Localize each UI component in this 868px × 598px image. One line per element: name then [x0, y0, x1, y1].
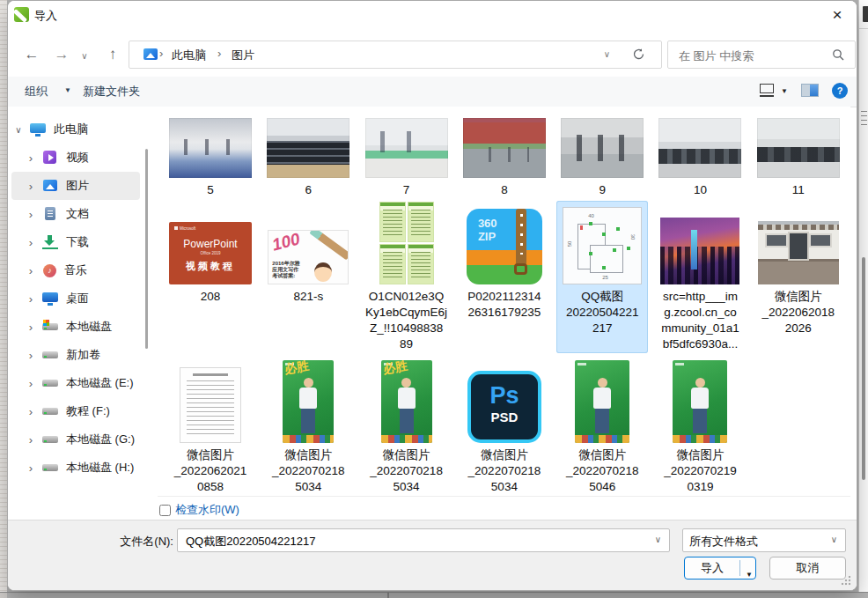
file-item[interactable]: PsPSD微信图片 _2022070218 5034	[459, 358, 550, 496]
chevron-right-icon[interactable]: ›	[24, 405, 38, 418]
sidebar-item-pictures[interactable]: ›图片	[11, 172, 140, 200]
chevron-right-icon[interactable]: ›	[24, 321, 38, 334]
recent-locations-chevron-icon[interactable]: ∨	[77, 44, 92, 67]
view-mode-dropdown-icon[interactable]: ▼	[781, 87, 788, 95]
chevron-right-icon[interactable]: ›	[24, 292, 38, 306]
address-dropdown-chevron-icon[interactable]: ∨	[604, 49, 610, 59]
sidebar-item-desktop[interactable]: ›桌面	[11, 284, 140, 313]
breadcrumb-separator: ›	[217, 47, 221, 60]
chevron-right-icon[interactable]: ›	[24, 236, 38, 249]
file-item[interactable]: 5	[165, 115, 256, 199]
chevron-right-icon[interactable]: ›	[24, 349, 38, 362]
sidebar-item-downloads[interactable]: ›下载	[11, 228, 140, 256]
preview-pane-icon[interactable]	[801, 84, 819, 97]
file-item[interactable]: 6	[262, 115, 354, 199]
help-icon[interactable]: ?	[832, 83, 848, 99]
file-item[interactable]: 1002016年尔雅 应用文写作 考试答案:821-s	[262, 201, 354, 353]
app-icon	[14, 7, 29, 22]
file-item[interactable]: 微信图片 _2022070218 5046	[556, 358, 648, 496]
file-item[interactable]: 微信图片 _2022070219 0319	[654, 358, 746, 496]
sidebar-item-videos[interactable]: ›视频	[11, 144, 140, 172]
search-input[interactable]	[677, 45, 821, 66]
file-thumbnail	[365, 118, 448, 178]
chevron-right-icon[interactable]: ›	[24, 151, 38, 165]
watermark-label[interactable]: 检查水印(W)	[175, 502, 239, 518]
file-item-selected[interactable]: 40305025QQ截图 20220504221 217	[556, 201, 648, 353]
file-item[interactable]: 11	[753, 115, 844, 199]
sidebar-item-local-disk[interactable]: ›本地磁盘	[11, 313, 140, 341]
watermark-checkbox[interactable]	[159, 505, 171, 516]
view-mode-icon[interactable]	[760, 84, 774, 93]
close-icon[interactable]: ×	[826, 4, 849, 26]
filename-dropdown-chevron-icon[interactable]: ∨	[655, 535, 661, 544]
sidebar-item-new-volume[interactable]: ›新加卷	[11, 341, 140, 369]
file-item[interactable]: 微信图片 _2022062018 2026	[753, 201, 844, 353]
new-folder-button[interactable]: 新建文件夹	[83, 84, 140, 100]
organize-button[interactable]: 组织	[25, 84, 48, 100]
background-app-right-edge	[858, 0, 868, 592]
cancel-button[interactable]: 取消	[769, 557, 846, 580]
file-item[interactable]: src=http___im g.zcool.cn_co mmunity_01a1…	[654, 201, 746, 353]
chevron-right-icon[interactable]: ›	[24, 377, 38, 390]
file-item[interactable]: 360 ZIPP0202112314 26316179235	[459, 201, 550, 353]
navigation-sidebar: ∨此电脑›视频›图片›文档›下载›♪音乐›桌面›本地磁盘›新加卷›本地磁盘 (E…	[8, 107, 158, 520]
chevron-right-icon[interactable]: ›	[24, 264, 38, 277]
sidebar-item-label: 本地磁盘 (E:)	[66, 375, 134, 391]
refresh-icon[interactable]	[632, 48, 645, 61]
address-bar[interactable]: › 此电脑 › 图片 ∨	[129, 41, 662, 69]
file-format-dropdown[interactable]: 所有文件格式 ∨	[682, 528, 846, 552]
forward-button[interactable]: →	[50, 44, 73, 67]
breadcrumb-this-pc[interactable]: 此电脑	[172, 48, 206, 63]
file-item[interactable]: 10	[654, 115, 746, 199]
local-disk-icon	[42, 320, 58, 334]
thumbnail-area: 40305025	[563, 202, 642, 284]
sidebar-item-label: 教程 (F:)	[66, 403, 110, 419]
filename-input[interactable]	[184, 531, 645, 551]
sidebar-scrollbar[interactable]	[145, 149, 148, 349]
sidebar-item-label: 本地磁盘 (G:)	[66, 432, 135, 447]
resize-grip[interactable]	[841, 575, 851, 586]
thumbnail-area	[575, 358, 629, 443]
file-item[interactable]: 必胜微信图片 _2022070218 5034	[361, 358, 452, 496]
file-item[interactable]: O1CN012e3Q Ky1ebCqymE6j Z_!!10498838 89	[361, 201, 452, 353]
sidebar-item-documents[interactable]: ›文档	[11, 200, 140, 228]
divider	[739, 560, 740, 576]
background-scrollbar-fragment	[387, 593, 389, 598]
search-box[interactable]	[667, 41, 856, 69]
chevron-right-icon[interactable]: ›	[24, 208, 38, 221]
import-dropdown-icon[interactable]: ▼	[746, 565, 753, 586]
import-dialog: 导入 × ← → ∨ ↑ › 此电脑 › 图片 ∨ 组织 ▼ 新建文件夹 ▼ ?…	[7, 0, 857, 591]
psd-label-text: PSD	[471, 410, 538, 425]
file-label: 微信图片 _2022070218 5034	[272, 447, 345, 495]
file-item[interactable]: 必胜微信图片 _2022070218 5034	[262, 358, 354, 496]
sidebar-item-this-pc[interactable]: ∨此电脑	[11, 115, 140, 144]
breadcrumb-pictures[interactable]: 图片	[232, 48, 254, 63]
chevron-right-icon[interactable]: ›	[24, 180, 38, 193]
thumbnail-area: 1002016年尔雅 应用文写作 考试答案:	[268, 202, 349, 284]
sidebar-item-local-disk-h[interactable]: ›本地磁盘 (H:)	[11, 454, 140, 482]
file-item[interactable]: 8	[459, 115, 550, 199]
sidebar-item-music[interactable]: ›♪音乐	[11, 256, 140, 284]
zip-icon-text: 360 ZIP	[478, 217, 497, 243]
organize-dropdown-icon[interactable]: ▼	[64, 86, 71, 94]
file-label: 9	[599, 182, 606, 198]
sidebar-item-local-disk-e[interactable]: ›本地磁盘 (E:)	[11, 369, 140, 397]
back-button[interactable]: ←	[20, 44, 43, 67]
file-item[interactable]: 微信图片 _2022062021 0858	[165, 358, 256, 496]
chevron-right-icon[interactable]: ›	[24, 433, 38, 447]
import-button[interactable]: 导入 ▼	[684, 557, 756, 580]
chevron-down-icon[interactable]: ∨	[11, 125, 26, 135]
sidebar-item-label: 视频	[66, 150, 89, 166]
chevron-right-icon[interactable]: ›	[24, 461, 38, 475]
thumbnail-area	[267, 116, 349, 178]
sidebar-item-local-disk-g[interactable]: ›本地磁盘 (G:)	[11, 425, 140, 454]
local-disk-e-icon	[42, 376, 58, 390]
sidebar-item-tutorial-f[interactable]: ›教程 (F:)	[11, 397, 140, 425]
cancel-button-label: 取消	[797, 561, 820, 574]
file-item[interactable]: 9	[556, 115, 648, 199]
up-button[interactable]: ↑	[101, 44, 124, 67]
file-label: 11	[792, 182, 805, 198]
file-item[interactable]: MicrosoftPowerPointOffice 2019视频教程208	[165, 201, 256, 353]
filename-combobox[interactable]: ∨	[177, 528, 670, 552]
file-item[interactable]: 7	[361, 115, 452, 199]
